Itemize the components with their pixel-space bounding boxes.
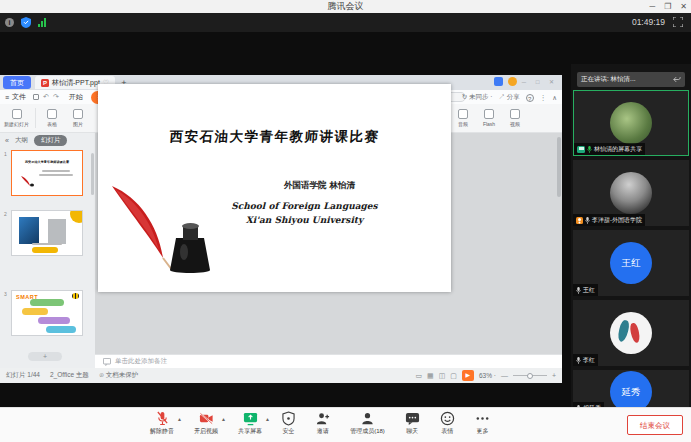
notes-bar[interactable]: 单击此处添加备注 [95, 354, 562, 368]
start-video-button[interactable]: 开启视频 ▲ [194, 411, 218, 436]
wps-home-button[interactable]: 首页 [3, 76, 31, 89]
tab-outline-view[interactable]: 大纲 [15, 136, 28, 145]
wps-user-avatar[interactable] [508, 77, 517, 86]
invite-button[interactable]: 邀请 [315, 411, 330, 436]
reading-view-icon[interactable]: ◫ [439, 372, 446, 380]
fullscreen-icon[interactable] [673, 17, 683, 27]
thumb2-decor [32, 247, 58, 253]
slide-number: 3 [4, 290, 9, 336]
video-options-caret[interactable]: ▲ [221, 416, 226, 422]
avatar-initials: 王红 [622, 257, 641, 270]
end-meeting-button[interactable]: 结束会议 [627, 415, 683, 435]
zoom-slider-knob[interactable] [527, 373, 533, 379]
wps-window-controls[interactable]: ─ □ ✕ [522, 78, 558, 85]
speaking-text: 正在讲话: 林怡清... [581, 75, 636, 84]
participant-name: 王红 [583, 286, 595, 295]
wps-presentation-window: 首页 P 林怡清-PPT.ppt ♡ + ─ □ ✕ ≡ 文件 ↶ ↷ [0, 75, 562, 383]
collapse-ribbon-icon[interactable]: ∧ [552, 94, 557, 102]
window-title: 腾讯会议 [328, 1, 364, 11]
ribbon-picture[interactable]: 图片 [68, 109, 88, 127]
network-signal-icon [38, 18, 46, 27]
shared-screen-stage: 首页 P 林怡清-PPT.ppt ♡ + ─ □ ✕ ≡ 文件 ↶ ↷ [0, 32, 691, 407]
slide-thumbnail-1[interactable]: 西安石油大学青年教师讲课比赛 [11, 150, 83, 196]
overflow-menu-icon[interactable]: ⋮ [540, 94, 547, 102]
share-screen-button[interactable]: 共享屏幕 ▲ [238, 411, 262, 436]
share-doc-button[interactable]: ↗ 分享 [498, 93, 519, 102]
mic-options-caret[interactable]: ▲ [177, 416, 182, 422]
meeting-info-icon[interactable]: i [5, 18, 14, 27]
sync-label: 未同步 [469, 93, 489, 100]
more-dots-icon [475, 411, 490, 426]
participant-tile-linyiqing-share[interactable]: 林怡清的屏幕共享 [573, 90, 689, 156]
banner-return-arrow-icon[interactable] [673, 76, 681, 83]
redo-icon[interactable]: ↷ [53, 93, 59, 101]
tab-slides-view[interactable]: 幻灯片 [34, 135, 68, 146]
normal-view-icon[interactable]: ▭ [415, 372, 422, 380]
share-options-caret[interactable]: ▲ [265, 416, 270, 422]
panel-collapse-icon[interactable]: « [5, 137, 9, 144]
zoom-slider[interactable] [513, 375, 547, 376]
undo-icon[interactable]: ↶ [43, 93, 49, 101]
chat-button[interactable]: 聊天 [405, 411, 420, 436]
participant-tile-wanghong[interactable]: 王红 王红 [573, 230, 689, 296]
meeting-control-bar: 解除静音 ▲ 开启视频 ▲ 共享屏幕 ▲ [0, 407, 691, 442]
play-slideshow-button[interactable]: ▶ [462, 370, 474, 381]
speaking-banner: 正在讲话: 林怡清... [577, 72, 685, 87]
mic-icon [585, 217, 590, 224]
zoom-out-button[interactable]: — [501, 372, 508, 379]
avatar: 王红 [610, 242, 652, 284]
quill-ink-graphic [106, 182, 226, 282]
wps-message-icon[interactable] [494, 77, 503, 86]
chat-bubble-icon [405, 411, 420, 426]
maximize-button[interactable]: ❐ [664, 0, 671, 13]
members-icon [360, 411, 375, 426]
sync-status[interactable]: ↻ 未同步 · [462, 93, 493, 102]
add-slide-button[interactable]: + [28, 352, 62, 361]
thumb2-book-cover [19, 217, 39, 244]
wps-statusbar: 幻灯片 1/44 2_Office 主题 ⊙ 文档未保护 ▭ ▦ ◫ ▢ ▶ 6… [0, 368, 562, 383]
manage-members-button[interactable]: 管理成员(18) [350, 411, 385, 436]
more-button[interactable]: 更多 [475, 411, 490, 436]
mic-icon [576, 357, 581, 364]
participant-tile-liyangtian[interactable]: 李洋甜-外国语学院 [573, 160, 689, 226]
zoom-in-button[interactable]: + [552, 372, 556, 379]
thumb3-bee-graphic [72, 293, 79, 299]
slide-number: 1 [4, 150, 9, 196]
unmute-button[interactable]: 解除静音 ▲ [150, 411, 174, 436]
ribbon-video[interactable]: 视频 [505, 109, 525, 127]
emoji-button[interactable]: 表情 [440, 411, 455, 436]
participants-sidebar: 林怡清的屏幕共享 李洋甜-外国语学院 王红 [571, 64, 691, 439]
security-button[interactable]: 安全 [282, 411, 295, 436]
save-icon[interactable] [33, 94, 39, 100]
screen-share-icon [243, 411, 258, 426]
current-slide[interactable]: 西安石油大学青年教师讲课比赛 外国语学院 林怡清 School of Forei… [98, 84, 451, 292]
participant-name: 李红 [583, 356, 595, 365]
minimize-button[interactable]: ─ [649, 0, 655, 13]
canvas-scrollbar[interactable] [557, 137, 561, 197]
participant-tile-lihong[interactable]: 李红 [573, 300, 689, 366]
meeting-timer: 01:49:19 [632, 17, 665, 27]
ribbon-table[interactable]: 表格 [42, 109, 62, 127]
security-shield-icon[interactable] [21, 17, 31, 28]
slide-title: 西安石油大学青年教师讲课比赛 [97, 128, 451, 146]
screen-share-icon [577, 146, 585, 153]
help-icon[interactable]: ? [526, 94, 534, 102]
wps-file-menu[interactable]: ≡ 文件 [5, 92, 26, 102]
notes-icon [103, 358, 111, 366]
slide-byline: 外国语学院 林怡清 [188, 180, 451, 192]
smiley-icon [440, 411, 455, 426]
panel-scrollbar[interactable] [91, 153, 94, 195]
slide-thumbnail-3[interactable]: SMART [11, 290, 83, 336]
tab-start[interactable]: 开始 [69, 92, 83, 102]
slide-thumbnail-2[interactable] [11, 210, 83, 256]
ribbon-audio[interactable]: 音频 [453, 109, 473, 127]
notes-placeholder: 单击此处添加备注 [115, 357, 167, 366]
notes-view-icon[interactable]: ▢ [450, 372, 457, 380]
close-button[interactable]: ✕ [680, 0, 687, 13]
thumb2-decor [70, 210, 83, 223]
ribbon-new-slide[interactable]: 新建幻灯片 [4, 109, 29, 127]
doc-protect-status[interactable]: ⊙ 文档未保护 [99, 371, 138, 380]
ribbon-flash[interactable]: Flash [479, 109, 499, 127]
zoom-level[interactable]: 63% · [479, 372, 496, 379]
slide-sorter-icon[interactable]: ▦ [427, 372, 434, 380]
